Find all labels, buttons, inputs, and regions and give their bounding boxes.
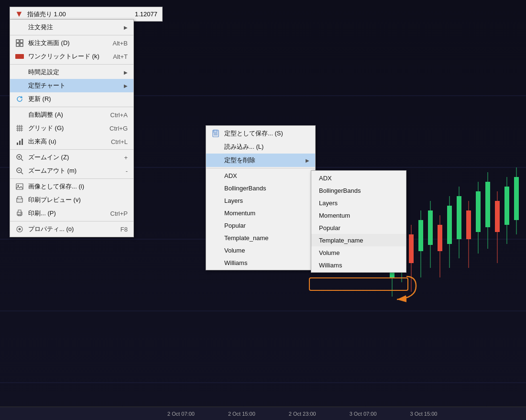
svg-rect-28 bbox=[495, 201, 500, 232]
svg-line-49 bbox=[21, 159, 23, 161]
separator-m2-1 bbox=[206, 168, 315, 168]
svg-rect-33 bbox=[16, 40, 19, 43]
svg-rect-53 bbox=[16, 184, 23, 189]
menu-item-momentum3[interactable]: Momentum bbox=[311, 209, 406, 221]
time-label-4: 3 Oct 07:00 bbox=[350, 411, 377, 417]
svg-rect-44 bbox=[19, 141, 21, 145]
zoom-in-icon bbox=[14, 154, 25, 161]
sell-arrow-icon: ▼ bbox=[15, 9, 23, 19]
menu-item-adx3[interactable]: ADX bbox=[311, 172, 406, 184]
menu-item-auto-adjust[interactable]: 自動調整 (A) Ctrl+A bbox=[10, 108, 133, 122]
volume-icon bbox=[14, 138, 25, 145]
time-label-2: 2 Oct 15:00 bbox=[228, 411, 255, 417]
menu-item-template_name3[interactable]: Template_name bbox=[311, 234, 406, 246]
menu-item-save-image[interactable]: 画像として保存... (i) bbox=[10, 180, 133, 193]
menu-item-print[interactable]: 印刷... (P) Ctrl+P bbox=[10, 207, 133, 220]
separator-2 bbox=[10, 64, 133, 65]
menu-item-layers3[interactable]: Layers bbox=[311, 197, 406, 209]
time-label-3: 2 Oct 23:00 bbox=[289, 411, 316, 417]
menu-item-refresh[interactable]: 更新 (R) bbox=[10, 92, 133, 106]
svg-rect-14 bbox=[428, 210, 433, 245]
svg-rect-22 bbox=[466, 210, 471, 239]
svg-rect-26 bbox=[485, 182, 490, 227]
svg-rect-20 bbox=[457, 196, 461, 239]
grid2-icon bbox=[14, 124, 25, 132]
menu-item-layers2[interactable]: Layers bbox=[206, 194, 315, 207]
save-image-icon bbox=[14, 183, 25, 190]
svg-rect-45 bbox=[22, 139, 23, 145]
menu-item-delete-template[interactable]: 定型を削除 ▶ bbox=[206, 154, 315, 167]
menu-item-zoom-out[interactable]: ズームアウト (m) - bbox=[10, 164, 133, 177]
template-chart-submenu: 定型として保存... (S) 読み込み... (L) 定型を削除 ▶ ADX B… bbox=[206, 125, 316, 270]
menu-item-williams3[interactable]: Williams bbox=[311, 259, 406, 271]
svg-rect-18 bbox=[447, 206, 452, 244]
time-label-1: 2 Oct 07:00 bbox=[167, 411, 195, 417]
price-value: 1.12077 bbox=[66, 11, 157, 18]
svg-rect-66 bbox=[214, 133, 218, 134]
refresh-icon bbox=[14, 95, 25, 103]
print-preview-icon bbox=[14, 196, 25, 204]
separator-4 bbox=[10, 149, 133, 150]
menu-item-order-submit[interactable]: 注文発注 ▶ bbox=[10, 21, 133, 34]
svg-rect-57 bbox=[18, 200, 22, 202]
props-icon bbox=[14, 225, 25, 233]
svg-rect-10 bbox=[409, 234, 414, 263]
svg-rect-43 bbox=[17, 143, 18, 145]
svg-point-63 bbox=[19, 228, 21, 231]
svg-rect-30 bbox=[504, 187, 509, 225]
menu-item-print-preview[interactable]: 印刷プレビュー (v) bbox=[10, 193, 133, 207]
svg-point-54 bbox=[18, 185, 19, 187]
svg-rect-35 bbox=[16, 44, 19, 46]
menu-item-bollinger3[interactable]: BollingerBands bbox=[311, 184, 406, 197]
svg-rect-59 bbox=[18, 210, 21, 212]
separator-1 bbox=[10, 35, 133, 35]
print-icon bbox=[14, 210, 25, 217]
save-template-icon bbox=[210, 130, 221, 137]
main-context-menu: 注文発注 ▶ 板注文画面 (D) Alt+B ワンクリックトレード (k) Al… bbox=[10, 19, 134, 237]
svg-rect-36 bbox=[20, 44, 23, 46]
menu-item-volume3[interactable]: Volume bbox=[311, 246, 406, 259]
svg-rect-34 bbox=[20, 40, 23, 43]
time-label-5: 3 Oct 15:00 bbox=[410, 411, 438, 417]
menu-item-load-template[interactable]: 読み込み... (L) bbox=[206, 140, 315, 154]
menu-item-zoom-in[interactable]: ズームイン (Z) + bbox=[10, 151, 133, 164]
separator-3 bbox=[10, 107, 133, 107]
menu-item-board-order[interactable]: 板注文画面 (D) Alt+B bbox=[10, 36, 133, 50]
time-axis: 2 Oct 07:00 2 Oct 15:00 2 Oct 23:00 3 Oc… bbox=[0, 407, 526, 420]
svg-rect-24 bbox=[476, 191, 481, 232]
menu-item-template-chart[interactable]: 定型チャート ▶ bbox=[10, 79, 133, 92]
sell-label: 指値売り 1.00 bbox=[27, 10, 66, 19]
menu-item-volume2[interactable]: Volume bbox=[206, 244, 315, 256]
svg-rect-56 bbox=[18, 197, 22, 199]
menu-item-popular2[interactable]: Popular bbox=[206, 219, 315, 232]
svg-rect-67 bbox=[214, 135, 218, 135]
menu-item-volume[interactable]: 出来高 (u) Ctrl+L bbox=[10, 135, 133, 148]
svg-point-61 bbox=[21, 213, 22, 214]
svg-rect-16 bbox=[438, 225, 442, 251]
svg-rect-12 bbox=[418, 220, 423, 251]
menu-item-williams2[interactable]: Williams bbox=[206, 256, 315, 269]
svg-rect-32 bbox=[514, 177, 519, 220]
menu-item-save-template[interactable]: 定型として保存... (S) bbox=[206, 127, 315, 140]
delete-template-submenu: ADX BollingerBands Layers Momentum Popul… bbox=[311, 170, 406, 273]
menu-item-props[interactable]: プロパティ... (o) F8 bbox=[10, 222, 133, 236]
menu-item-template_name2[interactable]: Template_name bbox=[206, 232, 315, 244]
grid-icon bbox=[14, 39, 25, 47]
one-click-icon bbox=[14, 54, 25, 59]
menu-item-bollinger2[interactable]: BollingerBands bbox=[206, 182, 315, 194]
separator-5 bbox=[10, 178, 133, 179]
menu-item-timeframe[interactable]: 時間足設定 ▶ bbox=[10, 66, 133, 79]
separator-6 bbox=[10, 221, 133, 221]
menu-item-momentum2[interactable]: Momentum bbox=[206, 207, 315, 219]
menu-item-adx2[interactable]: ADX bbox=[206, 169, 315, 182]
svg-line-52 bbox=[21, 172, 23, 174]
menu-item-grid[interactable]: グリッド (G) Ctrl+G bbox=[10, 122, 133, 135]
svg-rect-65 bbox=[214, 130, 217, 133]
zoom-out-icon bbox=[14, 167, 25, 175]
menu-item-one-click[interactable]: ワンクリックトレード (k) Alt+T bbox=[10, 50, 133, 63]
menu-item-popular3[interactable]: Popular bbox=[311, 221, 406, 234]
